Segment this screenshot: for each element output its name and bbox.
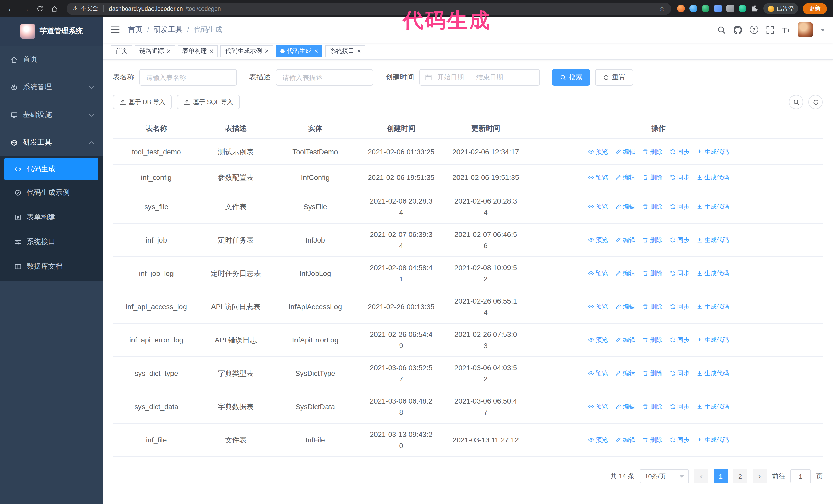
user-avatar[interactable] xyxy=(798,22,813,38)
delete-link[interactable]: 删除 xyxy=(642,334,662,345)
preview-link[interactable]: 预览 xyxy=(588,171,608,183)
sidebar-item-codegen[interactable]: 代码生成 xyxy=(4,158,98,181)
extension-icon-4[interactable] xyxy=(714,5,722,12)
page-size-select[interactable]: 10条/页 xyxy=(640,469,689,483)
sidebar-item-system-management[interactable]: 系统管理 xyxy=(0,73,102,101)
sidebar-toggle-icon[interactable] xyxy=(111,26,120,34)
fullscreen-icon[interactable] xyxy=(766,25,774,34)
sidebar-item-infrastructure[interactable]: 基础设施 xyxy=(0,101,102,129)
extension-icon-6[interactable] xyxy=(739,5,746,12)
generate-code-link[interactable]: 生成代码 xyxy=(697,434,729,446)
extensions-puzzle-icon[interactable] xyxy=(751,5,759,12)
sync-link[interactable]: 同步 xyxy=(669,368,689,379)
tab-tag[interactable]: 首页 × xyxy=(111,45,132,57)
preview-link[interactable]: 预览 xyxy=(588,401,608,412)
delete-link[interactable]: 删除 xyxy=(642,301,662,312)
preview-link[interactable]: 预览 xyxy=(588,268,608,279)
breadcrumb-home[interactable]: 首页 xyxy=(128,25,143,34)
edit-link[interactable]: 编辑 xyxy=(615,334,635,345)
bookmark-star-icon[interactable]: ☆ xyxy=(659,5,665,12)
delete-link[interactable]: 删除 xyxy=(642,171,662,183)
close-icon[interactable]: × xyxy=(209,48,213,54)
edit-link[interactable]: 编辑 xyxy=(615,171,635,183)
delete-link[interactable]: 删除 xyxy=(642,368,662,379)
import-from-sql-button[interactable]: 基于 SQL 导入 xyxy=(177,95,240,109)
breadcrumb-dev-tools[interactable]: 研发工具 xyxy=(154,25,183,34)
sidebar-item-db-docs[interactable]: 数据库文档 xyxy=(0,254,102,279)
sidebar-item-system-api[interactable]: 系统接口 xyxy=(0,230,102,254)
address-bar[interactable]: ⚠ 不安全 dashboard.yudao.iocoder.cn/tool/co… xyxy=(67,2,671,15)
close-icon[interactable]: × xyxy=(167,48,170,54)
sync-link[interactable]: 同步 xyxy=(669,301,689,312)
edit-link[interactable]: 编辑 xyxy=(615,201,635,212)
generate-code-link[interactable]: 生成代码 xyxy=(697,234,729,246)
prev-page-button[interactable]: ‹ xyxy=(694,469,709,483)
page-button-2[interactable]: 2 xyxy=(733,469,747,483)
create-time-range-picker[interactable]: 开始日期 - 结束日期 xyxy=(419,69,540,86)
extension-icon-2[interactable] xyxy=(689,5,697,12)
delete-link[interactable]: 删除 xyxy=(642,234,662,246)
extension-icon-3[interactable] xyxy=(702,5,710,12)
search-icon[interactable] xyxy=(717,25,725,34)
generate-code-link[interactable]: 生成代码 xyxy=(697,171,729,183)
sidebar-item-form-builder[interactable]: 表单构建 xyxy=(0,205,102,230)
edit-link[interactable]: 编辑 xyxy=(615,146,635,157)
preview-link[interactable]: 预览 xyxy=(588,234,608,246)
generate-code-link[interactable]: 生成代码 xyxy=(697,368,729,379)
sync-link[interactable]: 同步 xyxy=(669,171,689,183)
edit-link[interactable]: 编辑 xyxy=(615,368,635,379)
tab-tag[interactable]: 表单构建 × xyxy=(177,45,218,57)
edit-link[interactable]: 编辑 xyxy=(615,234,635,246)
tab-tag[interactable]: 系统接口 × xyxy=(325,45,365,57)
sync-link[interactable]: 同步 xyxy=(669,434,689,446)
sidebar-item-home[interactable]: 首页 xyxy=(0,46,102,73)
generate-code-link[interactable]: 生成代码 xyxy=(697,334,729,345)
edit-link[interactable]: 编辑 xyxy=(615,268,635,279)
generate-code-link[interactable]: 生成代码 xyxy=(697,401,729,412)
help-icon[interactable]: ? xyxy=(750,26,758,34)
sidebar-item-codegen-example[interactable]: 代码生成示例 xyxy=(0,181,102,205)
edit-link[interactable]: 编辑 xyxy=(615,301,635,312)
edit-link[interactable]: 编辑 xyxy=(615,434,635,446)
delete-link[interactable]: 删除 xyxy=(642,146,662,157)
search-button[interactable]: 搜索 xyxy=(552,69,590,86)
sync-link[interactable]: 同步 xyxy=(669,201,689,212)
browser-reload-icon[interactable] xyxy=(34,2,46,15)
table-name-input[interactable] xyxy=(139,69,237,86)
generate-code-link[interactable]: 生成代码 xyxy=(697,146,729,157)
extension-icon-1[interactable] xyxy=(677,5,685,12)
refresh-table-button[interactable] xyxy=(808,95,823,109)
close-icon[interactable]: × xyxy=(264,48,268,54)
tab-tag[interactable]: 代码生成示例 × xyxy=(220,45,273,57)
preview-link[interactable]: 预览 xyxy=(588,201,608,212)
sync-link[interactable]: 同步 xyxy=(669,146,689,157)
close-icon[interactable]: × xyxy=(357,48,361,54)
browser-home-icon[interactable] xyxy=(48,2,61,15)
next-page-button[interactable]: › xyxy=(753,469,767,483)
close-icon[interactable]: × xyxy=(314,48,318,54)
browser-update-button[interactable]: 更新 xyxy=(803,3,827,14)
browser-forward-icon[interactable]: → xyxy=(20,2,32,15)
preview-link[interactable]: 预览 xyxy=(588,334,608,345)
sync-link[interactable]: 同步 xyxy=(669,268,689,279)
sync-link[interactable]: 同步 xyxy=(669,401,689,412)
tab-tag[interactable]: 链路追踪 × xyxy=(135,45,175,57)
delete-link[interactable]: 删除 xyxy=(642,268,662,279)
github-icon[interactable] xyxy=(733,25,742,34)
app-logo[interactable]: 芋道管理系统 xyxy=(0,17,102,46)
goto-page-input[interactable] xyxy=(790,469,811,483)
reset-button[interactable]: 重置 xyxy=(595,69,633,86)
preview-link[interactable]: 预览 xyxy=(588,434,608,446)
paused-badge[interactable]: 已暂停 xyxy=(763,3,798,14)
generate-code-link[interactable]: 生成代码 xyxy=(697,268,729,279)
browser-back-icon[interactable]: ← xyxy=(5,2,18,15)
sync-link[interactable]: 同步 xyxy=(669,334,689,345)
generate-code-link[interactable]: 生成代码 xyxy=(697,301,729,312)
sync-link[interactable]: 同步 xyxy=(669,234,689,246)
extension-icon-5[interactable] xyxy=(727,5,734,12)
avatar-dropdown-caret-icon[interactable] xyxy=(821,28,825,31)
table-desc-input[interactable] xyxy=(276,69,373,86)
preview-link[interactable]: 预览 xyxy=(588,146,608,157)
delete-link[interactable]: 删除 xyxy=(642,434,662,446)
preview-link[interactable]: 预览 xyxy=(588,368,608,379)
